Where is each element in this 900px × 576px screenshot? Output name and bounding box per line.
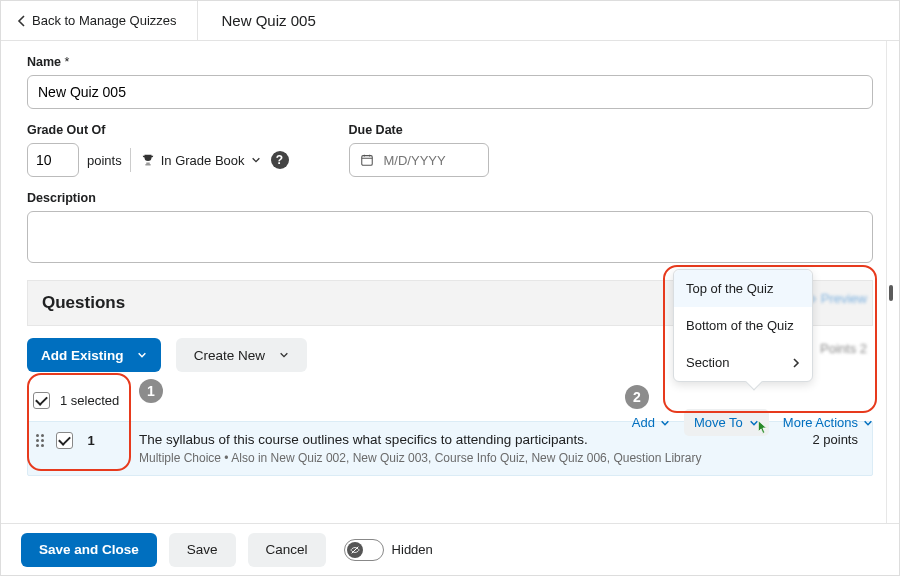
chevron-right-icon [792,358,800,368]
chevron-down-icon [279,350,289,360]
annotation-badge-1: 1 [139,379,163,403]
question-checkbox[interactable] [56,432,73,449]
chevron-down-icon [251,155,261,165]
description-input[interactable] [27,211,873,263]
name-label: Name [27,55,873,69]
selected-count: 1 selected [60,393,119,408]
description-label: Description [27,191,873,205]
more-actions-button[interactable]: More Actions [783,415,873,430]
cancel-button[interactable]: Cancel [248,533,326,567]
chevron-down-icon [660,418,670,428]
visibility-label: Hidden [392,542,433,557]
create-new-button[interactable]: Create New [176,338,307,372]
points-label: points [87,153,122,168]
save-and-close-button[interactable]: Save and Close [21,533,157,567]
add-existing-label: Add Existing [41,348,124,363]
chevron-down-icon [137,350,147,360]
chevron-left-icon [17,15,26,27]
add-label: Add [632,415,655,430]
help-icon[interactable]: ? [271,151,289,169]
due-date-label: Due Date [349,123,489,137]
svg-rect-0 [361,156,372,166]
gradebook-dropdown[interactable]: In Grade Book [139,149,263,172]
move-to-label: Move To [694,415,743,430]
trophy-icon [141,153,155,167]
more-actions-label: More Actions [783,415,858,430]
grade-input[interactable] [27,143,79,177]
back-text: Back to Manage Quizzes [32,13,177,28]
chevron-down-icon [863,418,873,428]
add-existing-button[interactable]: Add Existing [27,338,161,372]
annotation-badge-2: 2 [625,385,649,409]
panel-divider [886,41,887,523]
due-date-input[interactable] [349,143,489,177]
gradebook-text: In Grade Book [161,153,245,168]
add-button[interactable]: Add [632,415,670,430]
menu-item-top[interactable]: Top of the Quiz [674,270,812,307]
menu-item-section[interactable]: Section [674,344,812,381]
divider [130,148,131,172]
total-points: Points 2 [820,341,867,356]
preview-label: Preview [821,291,867,306]
move-to-menu: Top of the Quiz Bottom of the Quiz Secti… [673,269,813,382]
calendar-icon [360,153,374,167]
eye-off-icon [350,545,360,555]
visibility-toggle[interactable] [344,539,384,561]
page-title: New Quiz 005 [222,12,316,29]
due-date-field[interactable] [382,152,472,169]
drag-handle-icon[interactable] [34,432,46,447]
back-link[interactable]: Back to Manage Quizzes [17,1,198,40]
question-meta: Multiple Choice • Also in New Quiz 002, … [139,451,802,465]
scrollbar-thumb[interactable] [889,285,893,301]
create-new-label: Create New [194,348,265,363]
cursor-icon [753,419,771,440]
menu-item-bottom[interactable]: Bottom of the Quiz [674,307,812,344]
select-all-checkbox[interactable] [33,392,50,409]
quiz-name-input[interactable] [27,75,873,109]
question-number: 1 [83,433,99,448]
grade-label: Grade Out Of [27,123,289,137]
save-button[interactable]: Save [169,533,236,567]
